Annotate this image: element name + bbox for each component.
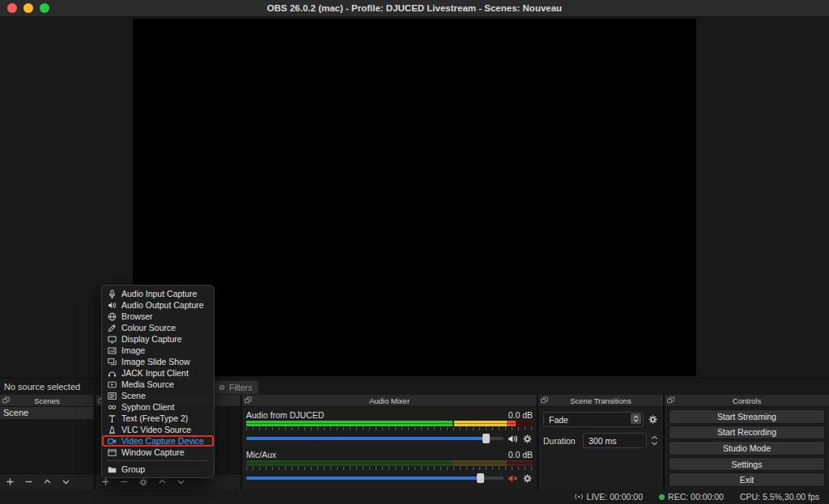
menu-separator [107, 460, 209, 461]
menu-item-label: Scene [121, 391, 146, 400]
scene-list-item[interactable]: Scene [0, 407, 94, 419]
exit-button[interactable]: Exit [669, 472, 825, 487]
scenes-panel-title: Scenes [34, 396, 60, 405]
menu-item-image[interactable]: Image [102, 345, 214, 356]
camera-icon [108, 437, 117, 446]
microphone-icon [108, 290, 117, 299]
transition-value: Fade [549, 415, 568, 425]
audio-mixer-title: Audio Mixer [369, 396, 410, 405]
traffic-lights [7, 3, 49, 13]
close-button[interactable] [7, 3, 17, 13]
channel-settings-button[interactable] [522, 473, 533, 484]
menu-item-audio-output-capture[interactable]: Audio Output Capture [102, 299, 214, 311]
slider-handle[interactable] [477, 473, 484, 483]
globe-icon [108, 312, 117, 321]
filters-button[interactable]: Filters [211, 380, 259, 395]
unmute-button[interactable] [508, 473, 518, 484]
controls-title: Controls [733, 396, 761, 405]
add-source-button[interactable] [101, 477, 110, 486]
duration-decrease-button[interactable] [651, 441, 658, 446]
channel-settings-button[interactable] [522, 434, 533, 444]
channel-name: Audio from DJUCED [246, 410, 324, 420]
live-time: LIVE: 00:00:00 [587, 492, 643, 502]
source-properties-button[interactable] [138, 477, 148, 487]
plus-icon [101, 477, 110, 486]
obs-window: OBS 26.0.2 (mac) - Profile: DJUCED Lives… [0, 0, 829, 504]
jack-icon [108, 369, 117, 378]
move-source-down-button[interactable] [176, 477, 185, 486]
menu-item-label: Window Capture [121, 447, 185, 457]
gear-icon [522, 473, 533, 484]
remove-scene-button[interactable] [24, 477, 33, 486]
slider-handle[interactable] [483, 434, 490, 443]
menu-item-window-capture[interactable]: Window Capture [102, 447, 214, 458]
gear-icon [648, 414, 658, 425]
menu-item-colour-source[interactable]: Colour Source [102, 322, 214, 333]
mixer-channel-mic: Mic/Aux 0.0 dB [246, 449, 533, 484]
menu-item-image-slide-show[interactable]: Image Slide Show [102, 356, 214, 367]
move-scene-down-button[interactable] [62, 477, 70, 486]
channel-level: 0.0 dB [508, 410, 533, 420]
speaker-muted-icon [508, 473, 518, 484]
cpu-status: CPU: 5.5%,30.00 fps [740, 492, 819, 502]
start-streaming-button[interactable]: Start Streaming [669, 409, 825, 424]
controls-header: Controls [665, 395, 829, 407]
chevron-up-icon [43, 477, 52, 486]
minimize-button[interactable] [23, 3, 33, 13]
display-icon [108, 335, 117, 344]
volume-slider[interactable] [246, 472, 504, 484]
transition-properties-button[interactable] [648, 414, 658, 425]
menu-item-label: Colour Source [121, 323, 176, 332]
paintbrush-icon [108, 324, 117, 332]
menu-item-label: Image Slide Show [121, 357, 190, 366]
menu-item-text-freetype[interactable]: Text (FreeType 2) [102, 413, 214, 424]
chevron-up-icon [651, 435, 658, 440]
mute-button[interactable] [508, 434, 518, 444]
menu-item-group[interactable]: Group [102, 464, 214, 475]
menu-item-scene[interactable]: Scene [102, 390, 214, 401]
controls-body: Start Streaming Start Recording Studio M… [665, 407, 829, 489]
transition-select-stepper[interactable] [631, 413, 641, 424]
mixer-channel-djuced: Audio from DJUCED 0.0 dB [246, 409, 533, 444]
syphon-icon [108, 403, 117, 412]
menu-item-browser[interactable]: Browser [102, 311, 214, 322]
duration-field[interactable]: 300 ms [583, 433, 647, 448]
menu-item-vlc-video-source[interactable]: VLC Video Source [102, 424, 214, 435]
add-source-menu: Audio Input Capture Audio Output Capture… [101, 285, 215, 478]
remove-source-button[interactable] [120, 477, 129, 486]
start-recording-button[interactable]: Start Recording [669, 426, 825, 440]
menu-item-display-capture[interactable]: Display Capture [102, 333, 214, 345]
menu-item-label: Video Capture Device [121, 436, 204, 446]
slider-fill [246, 437, 486, 440]
volume-slider[interactable] [246, 433, 504, 444]
audio-mixer-panel: Audio Mixer Audio from DJUCED 0.0 dB [242, 395, 537, 489]
audio-mixer-body: Audio from DJUCED 0.0 dB [242, 407, 537, 489]
filters-label: Filters [229, 383, 253, 392]
preview-canvas[interactable] [133, 19, 696, 376]
audio-level-meter [246, 460, 533, 466]
gear-icon [138, 477, 148, 487]
transition-select[interactable]: Fade [543, 412, 644, 427]
live-status: LIVE: 00:00:00 [574, 492, 643, 502]
slideshow-icon [108, 358, 117, 366]
menu-item-video-capture-device[interactable]: Video Capture Device [102, 435, 214, 447]
menu-item-label: Display Capture [121, 334, 182, 344]
gear-icon [218, 383, 226, 392]
fullscreen-button[interactable] [40, 3, 49, 13]
menu-item-media-source[interactable]: Media Source [102, 379, 214, 390]
menu-item-audio-input-capture[interactable]: Audio Input Capture [102, 288, 214, 299]
duration-value: 300 ms [589, 436, 616, 446]
menu-item-label: JACK Input Client [121, 368, 189, 378]
menu-item-syphon-client[interactable]: Syphon Client [102, 401, 214, 413]
record-dot-icon [659, 494, 665, 500]
move-source-up-button[interactable] [158, 477, 167, 486]
menu-item-jack-input-client[interactable]: JACK Input Client [102, 367, 214, 379]
settings-button[interactable]: Settings [669, 457, 825, 472]
move-scene-up-button[interactable] [43, 477, 52, 486]
scenes-panel-header: Scenes [0, 395, 94, 407]
dock-popout-icon [667, 396, 674, 404]
duration-increase-button[interactable] [651, 435, 658, 440]
add-scene-button[interactable] [6, 477, 15, 486]
scenes-toolbar [0, 473, 94, 489]
studio-mode-button[interactable]: Studio Mode [669, 441, 825, 455]
